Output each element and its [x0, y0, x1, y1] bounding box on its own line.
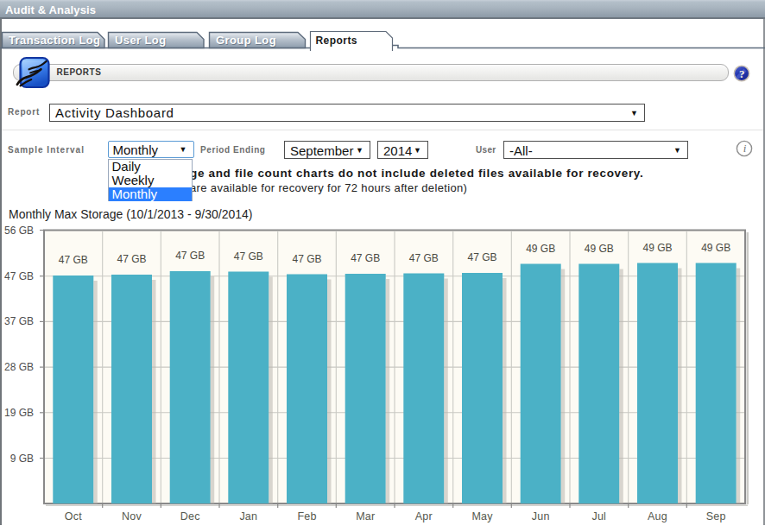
svg-text:49 GB: 49 GB	[642, 242, 672, 254]
svg-text:Jun: Jun	[532, 510, 550, 522]
svg-text:Jul: Jul	[592, 510, 607, 522]
svg-text:Oct: Oct	[65, 510, 82, 522]
svg-text:9 GB: 9 GB	[10, 453, 34, 465]
svg-text:47 GB: 47 GB	[117, 253, 146, 265]
svg-text:47 GB: 47 GB	[351, 252, 380, 264]
svg-text:Sep: Sep	[706, 510, 726, 522]
svg-text:49 GB: 49 GB	[701, 242, 730, 254]
svg-text:56 GB: 56 GB	[4, 225, 34, 237]
svg-text:28 GB: 28 GB	[4, 361, 34, 373]
svg-text:47 GB: 47 GB	[409, 252, 439, 264]
svg-text:47 GB: 47 GB	[175, 250, 205, 262]
svg-text:47 GB: 47 GB	[59, 254, 88, 266]
svg-text:Transaction Log: Transaction Log	[9, 34, 100, 47]
svg-text:Monthly Max Storage (10/1/2013: Monthly Max Storage (10/1/2013 - 9/30/20…	[9, 207, 253, 221]
svg-text:Apr: Apr	[415, 510, 433, 522]
svg-text:47 GB: 47 GB	[4, 270, 34, 282]
svg-text:Aug: Aug	[648, 510, 667, 522]
svg-text:?: ?	[738, 66, 744, 79]
svg-text:Mar: Mar	[356, 510, 375, 522]
svg-text:37 GB: 37 GB	[4, 315, 34, 327]
svg-text:Group Log: Group Log	[216, 34, 276, 47]
svg-text:47 GB: 47 GB	[467, 251, 496, 263]
svg-text:i: i	[743, 142, 747, 155]
svg-text:Reports: Reports	[316, 35, 358, 47]
svg-text:Dec: Dec	[180, 510, 200, 522]
svg-text:Nov: Nov	[122, 510, 142, 522]
svg-text:47 GB: 47 GB	[234, 250, 263, 263]
svg-text:Feb: Feb	[297, 510, 316, 522]
svg-text:User Log: User Log	[115, 34, 167, 47]
svg-text:May: May	[471, 510, 493, 522]
svg-text:49 GB: 49 GB	[526, 243, 555, 255]
svg-text:49 GB: 49 GB	[585, 243, 614, 255]
svg-text:Jan: Jan	[239, 510, 257, 522]
svg-text:47 GB: 47 GB	[292, 253, 321, 265]
svg-text:19 GB: 19 GB	[4, 407, 34, 419]
